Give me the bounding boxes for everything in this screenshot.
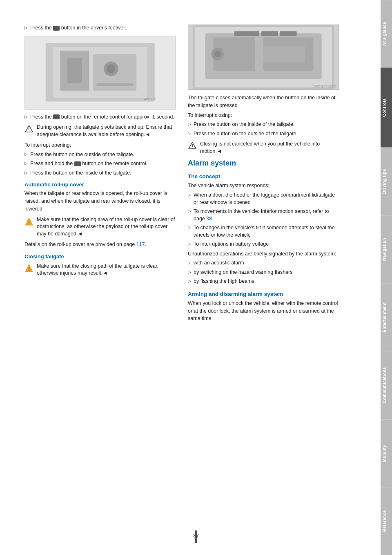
- tailgate-image: WPC-GCT-C0101: [188, 25, 339, 90]
- interrupt-bullet-3: ▷ Press the button on the inside of the …: [24, 170, 176, 177]
- bullet-remote-text: Press the button on the remote control f…: [30, 114, 174, 121]
- bullet-arrow-8: ▷: [188, 192, 191, 197]
- alarm-bullet-2-text: To movements in the vehicle: Interior mo…: [194, 208, 339, 222]
- bullet-arrow-3: ▷: [24, 152, 28, 157]
- info-icon-2: [188, 141, 197, 150]
- svg-rect-25: [280, 31, 297, 36]
- closing-bullet-1-text: Press the button on the inside of the ta…: [194, 121, 294, 128]
- bullet-arrow-9: ▷: [188, 209, 191, 213]
- arming-text: When you lock or unlock the vehicle, eit…: [188, 300, 339, 322]
- bullet-arrow-11: ▷: [188, 242, 191, 246]
- sidebar-tab-at-a-glance[interactable]: At a glance: [381, 0, 392, 68]
- page-number-bar: [195, 530, 197, 543]
- unauthorized-text: Unauthorized operations are briefly sign…: [188, 250, 339, 258]
- bullet-arrow-10: ▷: [188, 225, 191, 230]
- interrupt-opening-label: To interrupt opening:: [24, 141, 176, 149]
- interrupt-closing-label: To interrupt closing:: [188, 112, 339, 119]
- warning-icon-2: [24, 264, 33, 273]
- svg-rect-28: [263, 46, 305, 63]
- page-117-link[interactable]: 117: [136, 242, 145, 247]
- svg-point-17: [29, 270, 29, 271]
- interrupt-bullet-2: ▷ Press and hold the button on the remot…: [24, 160, 176, 168]
- svg-text:WPC-GCT-C0101: WPC-GCT-C0101: [313, 85, 336, 88]
- alarm-bullet-3: ▷ To changes in the vehicle's tilt if so…: [188, 224, 339, 239]
- sidebar-tab-controls[interactable]: Controls: [381, 68, 392, 148]
- page-38-link[interactable]: 38: [206, 216, 212, 222]
- sidebar: At a glance Controls Driving tips Naviga…: [381, 0, 392, 555]
- concept-title: The concept: [188, 173, 339, 179]
- warning-closing: Make sure that the closing path of the t…: [24, 263, 176, 277]
- interrupt-bullet-1: ▷ Press the button on the outside of the…: [24, 151, 176, 159]
- tailgate-close-text: The tailgate closes automatically when t…: [188, 94, 339, 110]
- warning-closing-text: Make sure that the closing path of the t…: [37, 263, 176, 277]
- warning-rollup: Make sure that the closing area of the r…: [24, 216, 176, 238]
- svg-point-11: [29, 127, 29, 128]
- alarm-bullet-4: ▷ To interruptions in battery voltage: [188, 241, 339, 248]
- closing-tailgate-title: Closing tailgate: [24, 253, 176, 260]
- svg-point-6: [107, 65, 115, 73]
- svg-point-14: [29, 224, 29, 224]
- left-column: ▷ Press the button in the driver's footw…: [24, 25, 176, 530]
- alarm-bullet-3-text: To changes in the vehicle's tilt if some…: [194, 224, 339, 239]
- interrupt-bullet-2-text: Press and hold the button on the remote …: [30, 160, 147, 168]
- note-closing: Closing is not canceled when you put the…: [188, 141, 339, 155]
- bullet-arrow-1: ▷: [24, 25, 28, 30]
- closing-bullet-2-text: Press the button on the outside of the t…: [194, 130, 298, 138]
- sidebar-tab-communications[interactable]: Communications: [381, 351, 392, 419]
- bullet-arrow-7: ▷: [188, 131, 191, 136]
- main-content: ▷ Press the button in the driver's footw…: [0, 0, 381, 555]
- interrupt-bullet-3-text: Press the button on the inside of the ta…: [30, 170, 131, 177]
- note-opening-info: During opening, the tailgate pivots back…: [24, 124, 176, 138]
- warning-icon-1: [24, 217, 33, 226]
- alarm-bullet-2: ▷ To movements in the vehicle: Interior …: [188, 208, 339, 222]
- auto-rollup-title: Automatic roll-up cover: [24, 181, 176, 188]
- sidebar-tab-navigation[interactable]: Navigation: [381, 215, 392, 283]
- svg-rect-3: [67, 58, 82, 83]
- rollup-page-ref: Details on the roll-up cover are provide…: [24, 241, 176, 248]
- svg-rect-24: [261, 31, 278, 36]
- closing-bullet-2: ▷ Press the button on the outside of the…: [188, 130, 339, 138]
- bullet-remote: ▷ Press the button on the remote control…: [24, 114, 176, 121]
- bullet-arrow-4: ▷: [24, 161, 28, 166]
- alarm-bullet-1-text: When a door, the hood or the luggage com…: [194, 192, 339, 206]
- interrupt-bullet-1-text: Press the button on the outside of the t…: [30, 151, 134, 159]
- warning-rollup-text: Make sure that the closing area of the r…: [37, 216, 176, 238]
- closing-bullet-1: ▷ Press the button on the inside of the …: [188, 121, 339, 128]
- bullet-arrow-5: ▷: [24, 170, 28, 175]
- sidebar-tab-mobility[interactable]: Mobility: [381, 419, 392, 487]
- footwell-image: WPC-GCT: [24, 36, 176, 110]
- sidebar-tab-entertainment[interactable]: Entertainment: [381, 283, 392, 351]
- auto-rollup-body1: When the tailgate or rear window is open…: [24, 190, 176, 213]
- unauthorized-bullet-2: ▷ by switching on the hazard warning fla…: [188, 269, 339, 276]
- unauthorized-bullet-1: ▷ with an acoustic alarm: [188, 260, 339, 267]
- note-opening-text: During opening, the tailgate pivots back…: [37, 124, 176, 138]
- sidebar-tab-driving-tips[interactable]: Driving tips: [381, 148, 392, 215]
- bullet-footwell: ▷ Press the button in the driver's footw…: [24, 25, 176, 32]
- info-icon: [24, 125, 33, 134]
- svg-point-27: [214, 51, 221, 57]
- alarm-bullet-1: ▷ When a door, the hood or the luggage c…: [188, 192, 339, 206]
- alarm-bullet-4-text: To interruptions in battery voltage: [194, 241, 269, 248]
- bullet-arrow-2: ▷: [24, 114, 28, 119]
- sidebar-tab-reference[interactable]: Reference: [381, 487, 392, 555]
- bullet-arrow-12: ▷: [188, 260, 191, 265]
- unauthorized-bullet-3-text: by flashing the high beams: [194, 278, 254, 285]
- concept-intro: The vehicle alarm system responds:: [188, 182, 339, 190]
- alarm-system-title: Alarm system: [188, 159, 339, 168]
- bullet-arrow-6: ▷: [188, 122, 191, 126]
- unauthorized-bullet-2-text: by switching on the hazard warning flash…: [194, 269, 293, 276]
- right-column: WPC-GCT-C0101 The tailgate closes automa…: [184, 25, 339, 530]
- unauthorized-bullet-3: ▷ by flashing the high beams: [188, 278, 339, 285]
- svg-rect-7: [96, 83, 133, 86]
- note-closing-text: Closing is not canceled when you put the…: [200, 141, 339, 155]
- unauthorized-bullet-1-text: with an acoustic alarm: [194, 260, 244, 267]
- svg-point-32: [192, 144, 193, 145]
- bullet-arrow-13: ▷: [188, 270, 191, 274]
- bullet-arrow-14: ▷: [188, 279, 191, 283]
- bullet-footwell-text: Press the button in the driver's footwel…: [30, 25, 127, 32]
- svg-text:WPC-GCT: WPC-GCT: [144, 97, 156, 100]
- page-container: ▷ Press the button in the driver's footw…: [0, 0, 392, 555]
- arming-title: Arming and disarming alarm system: [188, 291, 339, 297]
- svg-rect-23: [234, 31, 259, 36]
